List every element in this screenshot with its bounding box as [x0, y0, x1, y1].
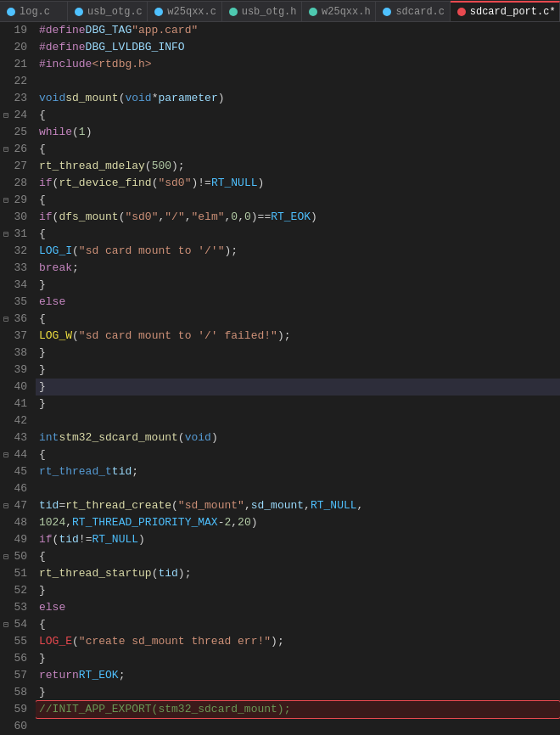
line-number: 52: [12, 582, 36, 599]
line-number: 48: [12, 514, 36, 531]
tab-label-usb-otg-h: usb_otg.h: [242, 6, 297, 18]
line-number: 31: [12, 226, 36, 243]
code-line[interactable]: {: [36, 616, 560, 633]
code-line[interactable]: LOG_E("create sd_mount thread err!");: [36, 633, 560, 650]
line-number: 57: [12, 667, 36, 684]
line-number: 25: [12, 124, 36, 141]
code-line[interactable]: #define DBG_LVL DBG_INFO: [36, 39, 560, 56]
code-line[interactable]: }: [36, 684, 560, 701]
code-line[interactable]: return RT_EOK;: [36, 667, 560, 684]
line-number: 53: [12, 599, 36, 616]
code-container: 1920212223⊟2425⊟262728⊟2930⊟3132333435⊟3…: [0, 22, 560, 735]
code-line[interactable]: [36, 412, 560, 429]
code-line[interactable]: rt_thread_t tid;: [36, 463, 560, 480]
line-number: 22: [12, 73, 36, 90]
line-number: 44: [12, 446, 36, 463]
code-line[interactable]: if (tid != RT_NULL): [36, 531, 560, 548]
line-number: 45: [12, 463, 36, 480]
line-number: 28: [12, 175, 36, 192]
code-line[interactable]: 1024, RT_THREAD_PRIORITY_MAX - 2, 20): [36, 514, 560, 531]
line-number: 50: [12, 548, 36, 565]
line-number: 35: [12, 294, 36, 311]
code-line[interactable]: }: [36, 345, 560, 362]
code-line[interactable]: {: [36, 548, 560, 565]
code-line[interactable]: {: [36, 141, 560, 158]
tab-label-w25qxx-h: w25qxx.h: [322, 6, 371, 18]
line-number: 58: [12, 684, 36, 701]
line-number: 37: [12, 328, 36, 345]
line-number: 41: [12, 396, 36, 412]
tab-icon-w25qxx-h: [309, 8, 317, 16]
code-line[interactable]: [36, 73, 560, 90]
tab-icon-w25qxx-c: [154, 8, 163, 16]
line-number: 36: [12, 311, 36, 328]
tab-icon-usb-otg-c: [75, 8, 83, 16]
code-line[interactable]: #define DBG_TAG "app.card": [36, 22, 560, 39]
code-line[interactable]: LOG_I("sd card mount to '/'");: [36, 243, 560, 260]
code-line[interactable]: [36, 480, 560, 497]
code-line[interactable]: rt_thread_startup(tid);: [36, 565, 560, 582]
line-number: 21: [12, 56, 36, 73]
tab-w25qxx-h[interactable]: w25qxx.h: [302, 1, 376, 21]
line-number: 40: [12, 379, 36, 396]
code-line[interactable]: if(rt_device_find("sd0") != RT_NULL): [36, 175, 560, 192]
code-line[interactable]: rt_thread_mdelay(500);: [36, 158, 560, 175]
code-line[interactable]: [36, 718, 560, 735]
tab-label-usb-otg-c: usb_otg.c: [87, 6, 143, 18]
line-number: 43: [12, 429, 36, 446]
code-line[interactable]: void sd_mount(void *parameter): [36, 90, 560, 107]
line-number: 33: [12, 260, 36, 277]
line-number: 60: [12, 718, 36, 735]
line-number: 47: [12, 497, 36, 514]
line-number: 30: [12, 209, 36, 226]
code-line[interactable]: break;: [36, 260, 560, 277]
code-line[interactable]: }: [36, 650, 560, 667]
code-line[interactable]: {: [36, 192, 560, 209]
line-number: 59: [12, 701, 36, 718]
line-number: 29: [12, 192, 36, 209]
line-number: 23: [12, 90, 36, 107]
code-line[interactable]: }: [36, 362, 560, 379]
code-line[interactable]: }: [36, 379, 560, 396]
line-number: 51: [12, 565, 36, 582]
code-line[interactable]: }: [36, 277, 560, 294]
line-number: 49: [12, 531, 36, 548]
code-line[interactable]: {: [36, 311, 560, 328]
line-number: 19: [12, 22, 36, 39]
code-line[interactable]: LOG_W("sd card mount to '/' failed!");: [36, 328, 560, 345]
code-line[interactable]: else: [36, 294, 560, 311]
code-line[interactable]: if (dfs_mount("sd0", "/", "elm", 0, 0) =…: [36, 209, 560, 226]
line-number: 24: [12, 107, 36, 124]
tab-sdcard-c[interactable]: sdcard.c: [376, 1, 450, 21]
code-line[interactable]: {: [36, 107, 560, 124]
tab-bar: log.c usb_otg.c w25qxx.c usb_otg.h w25qx…: [0, 0, 560, 22]
tab-icon-sdcard-port-c: [457, 8, 466, 16]
line-number: 54: [12, 616, 36, 633]
line-number: 38: [12, 345, 36, 362]
line-number: 55: [12, 633, 36, 650]
tab-icon-log: [7, 8, 15, 16]
line-number: 26: [12, 141, 36, 158]
code-line[interactable]: tid = rt_thread_create("sd_mount", sd_mo…: [36, 497, 560, 514]
code-line[interactable]: }: [36, 582, 560, 599]
tab-label-sdcard-c: sdcard.c: [395, 6, 445, 18]
line-number: 27: [12, 158, 36, 175]
code-line[interactable]: int stm32_sdcard_mount(void): [36, 429, 560, 446]
tab-label-log: log.c: [20, 6, 50, 18]
tab-w25qxx-c[interactable]: w25qxx.c: [148, 1, 221, 21]
line-number: 42: [12, 412, 36, 429]
code-line[interactable]: #include <rtdbg.h>: [36, 56, 560, 73]
code-line[interactable]: }: [36, 396, 560, 412]
code-line[interactable]: //INIT_APP_EXPORT(stm32_sdcard_mount);: [36, 701, 560, 718]
code-line[interactable]: {: [36, 226, 560, 243]
line-number: 34: [12, 277, 36, 294]
tab-sdcard-port-c[interactable]: sdcard_port.c*: [451, 1, 560, 21]
tab-log-c[interactable]: log.c: [0, 1, 68, 21]
code-line[interactable]: {: [36, 446, 560, 463]
code-line[interactable]: while (1): [36, 124, 560, 141]
tab-usb-otg-h[interactable]: usb_otg.h: [222, 1, 302, 21]
line-number: 32: [12, 243, 36, 260]
code-editor[interactable]: #define DBG_TAG "app.card"#define DBG_LV…: [36, 22, 560, 735]
tab-usb-otg-c[interactable]: usb_otg.c: [68, 1, 148, 21]
code-line[interactable]: else: [36, 599, 560, 616]
